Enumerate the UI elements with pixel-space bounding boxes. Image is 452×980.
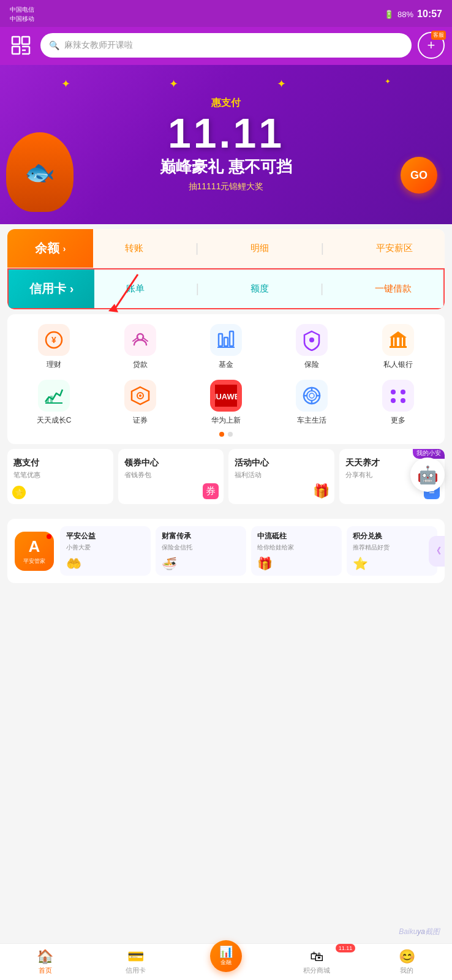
svg-line-7	[113, 274, 138, 311]
points-sub: 推荐精品好货	[353, 543, 431, 552]
balance-label: 余额	[35, 240, 59, 257]
menu-item-daikuan[interactable]: 贷款	[98, 324, 181, 370]
robot-assistant-button[interactable]: 🤖	[410, 458, 445, 492]
svg-point-41	[401, 398, 405, 403]
manager-item-points[interactable]: 积分兑换 推荐精品好货 ⭐	[347, 526, 437, 576]
detail-link[interactable]: 明细	[250, 243, 269, 254]
gonyi-sub: 小善大爱	[66, 543, 145, 552]
menu-item-more[interactable]: 更多	[356, 380, 440, 426]
svg-point-38	[391, 390, 396, 394]
huizhifu-sub: 笔笔优惠	[13, 470, 107, 480]
svg-point-40	[391, 398, 396, 403]
nav-credit[interactable]: 💳 信用卡	[91, 949, 181, 975]
carrier1: 中国电信	[10, 6, 34, 14]
svg-rect-0	[12, 37, 20, 44]
nav-home[interactable]: 🏠 首页	[0, 949, 91, 975]
balance-button[interactable]: 余额 ›	[7, 229, 93, 268]
nav-shop-label: 积分商城	[303, 966, 330, 975]
svg-rect-17	[391, 337, 393, 346]
notification-dot	[47, 534, 51, 539]
nav-home-label: 首页	[39, 966, 52, 975]
quick-cards: 惠支付 笔笔优惠 ⭐ 领券中心 省钱券包 券 活动中心 福利活动 🎁 我的小安 …	[7, 449, 445, 504]
banner-sub2: 抽11111元锦鲤大奖	[160, 181, 292, 192]
battery-level: 88%	[397, 10, 413, 19]
nav-finance[interactable]: 📊 金融	[181, 952, 271, 972]
shop-icon: 🛍	[310, 949, 323, 965]
svg-marker-21	[390, 331, 407, 337]
nav-mine[interactable]: 😊 我的	[361, 949, 452, 975]
manager-items: 平安公益 小善大爱 🤲 财富传承 保险金信托 🍜 中流砥柱 给你给娃给家 🎁 积…	[60, 526, 437, 576]
quota-link[interactable]: 额度	[250, 283, 269, 295]
growth-icon	[38, 380, 70, 412]
svg-point-28	[139, 394, 141, 397]
nav-credit-label: 信用卡	[126, 966, 146, 975]
securities-label: 证券	[133, 415, 148, 426]
svg-rect-23	[47, 398, 49, 403]
status-time: 10:57	[417, 9, 442, 20]
credit-arrow-icon: ›	[70, 282, 74, 296]
credit-icon: 💳	[127, 949, 144, 965]
licai-icon: ¥	[38, 324, 70, 356]
svg-rect-12	[219, 334, 222, 346]
add-button[interactable]: + 客服	[418, 32, 445, 59]
star-icon: ✦	[169, 77, 178, 91]
star-icon: ✦	[385, 77, 391, 91]
header: 🔍 麻辣女教师开课啦 + 客服	[0, 27, 452, 65]
gonyi-img: 🤲	[66, 556, 145, 571]
quick-card-huizhifu[interactable]: 惠支付 笔笔优惠 ⭐	[7, 449, 113, 504]
svg-rect-20	[403, 337, 405, 346]
manager-item-pillar[interactable]: 中流砥柱 给你给娃给家 🎁	[251, 526, 342, 576]
star-icon: ✦	[277, 77, 286, 91]
search-bar[interactable]: 🔍 麻辣女教师开课啦	[40, 33, 412, 58]
car-label: 车主生活	[297, 415, 326, 426]
carrier2: 中国移动	[10, 15, 34, 23]
transfer-link[interactable]: 转账	[125, 243, 143, 254]
credit-card-button[interactable]: 信用卡 ›	[9, 270, 94, 308]
svg-point-39	[401, 390, 405, 394]
service-badge: 客服	[431, 31, 446, 40]
jijin-label: 基金	[219, 360, 233, 370]
menu-item-securities[interactable]: 证券	[98, 380, 181, 426]
status-bar: 中国电信 中国移动 🔋 88% 10:57	[0, 0, 452, 27]
svg-point-11	[137, 334, 143, 340]
car-icon	[296, 380, 328, 412]
gonyi-title: 平安公益	[66, 531, 145, 541]
svg-point-16	[309, 337, 314, 342]
nav-shop[interactable]: 🛍 积分商城 11.11	[271, 949, 362, 975]
credit-row: 信用卡 › 账单 | 额度 | 一键借款	[7, 268, 445, 309]
salary-link[interactable]: 平安薪区	[376, 243, 413, 254]
manager-item-gonyi[interactable]: 平安公益 小善大爱 🤲	[60, 526, 151, 576]
svg-text:¥: ¥	[51, 335, 56, 345]
loan-link[interactable]: 一键借款	[375, 283, 412, 295]
menu-item-baoxian[interactable]: 保险	[270, 324, 353, 370]
home-icon: 🏠	[37, 949, 53, 965]
private-bank-icon	[382, 324, 414, 356]
menu-item-growth[interactable]: 天天成长C	[12, 380, 96, 426]
menu-item-jijin[interactable]: 基金	[184, 324, 268, 370]
go-button[interactable]: GO	[401, 157, 437, 194]
menu-item-private-bank[interactable]: 私人银行	[356, 324, 440, 370]
svg-rect-18	[394, 337, 397, 346]
gift-badge: 🎁	[313, 483, 330, 499]
wealth-title: 财富传承	[162, 531, 240, 541]
shop-badge: 11.11	[336, 944, 356, 952]
menu-item-car[interactable]: 车主生活	[270, 380, 353, 426]
credit-label: 信用卡	[29, 281, 66, 297]
expand-button[interactable]: 《	[429, 536, 445, 567]
securities-icon	[124, 380, 156, 412]
manager-logo[interactable]: A 平安管家	[15, 532, 54, 571]
jijin-icon	[210, 324, 242, 356]
dot-active	[219, 432, 224, 437]
manager-item-wealth[interactable]: 财富传承 保险金信托 🍜	[156, 526, 246, 576]
quick-card-coupon[interactable]: 领券中心 省钱券包 券	[118, 449, 224, 504]
banner[interactable]: ✦ ✦ ✦ ✦ 🐟 惠支付 11.11 巅峰豪礼 惠不可挡 抽11111元锦鲤大…	[0, 65, 452, 224]
quick-card-activity[interactable]: 活动中心 福利活动 🎁	[228, 449, 334, 504]
menu-item-huawei[interactable]: HUAWEI 华为上新	[184, 380, 268, 426]
manager-section: A 平安管家 平安公益 小善大爱 🤲 财富传承 保险金信托 🍜 中流砥柱 给你给…	[7, 519, 445, 583]
wealth-sub: 保险金信托	[162, 543, 240, 552]
manager-logo-icon: A	[29, 537, 40, 556]
coupon-badge: 券	[203, 483, 219, 499]
menu-item-licai[interactable]: ¥ 理财	[12, 324, 96, 370]
svg-rect-14	[230, 331, 233, 346]
scan-button[interactable]	[7, 32, 34, 59]
